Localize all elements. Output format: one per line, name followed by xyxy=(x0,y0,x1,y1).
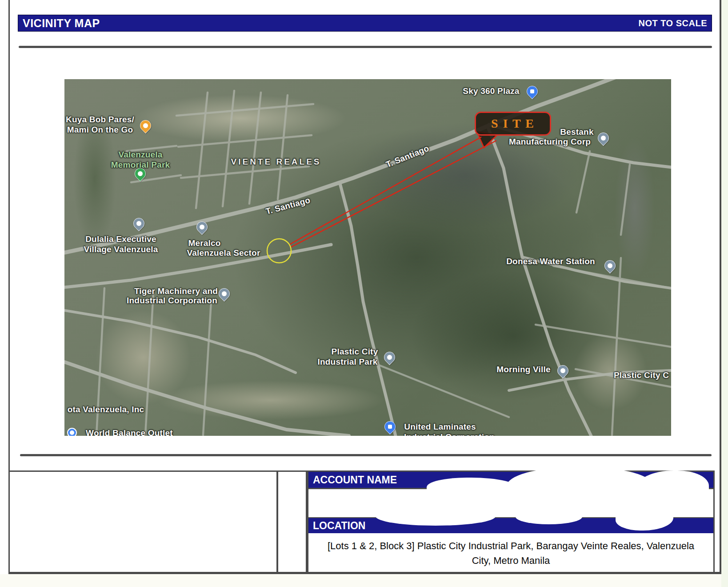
vicinity-map-header-bar: VICINITY MAP NOT TO SCALE xyxy=(18,15,712,32)
page-margin-bottom xyxy=(0,574,721,587)
site-area-circle xyxy=(267,239,291,263)
redaction-scribble xyxy=(376,507,496,526)
map-divider xyxy=(20,454,712,456)
footer-box-divider xyxy=(276,472,278,573)
page-margin-right xyxy=(721,0,728,587)
site-pointer-overlay xyxy=(64,79,671,436)
location-label: LOCATION xyxy=(313,520,365,532)
redaction-scribble xyxy=(636,470,709,506)
not-to-scale-note: NOT TO SCALE xyxy=(638,18,707,28)
header-divider xyxy=(19,46,712,48)
vicinity-map-image: Sky 360 Plaza Bestank Manufacturing Corp… xyxy=(64,79,671,436)
redaction-scribble xyxy=(427,478,520,500)
redaction-scribble xyxy=(516,509,582,524)
site-pointer-line xyxy=(291,141,496,247)
site-callout-label: S I T E xyxy=(491,117,535,131)
account-name-label: ACCOUNT NAME xyxy=(313,474,397,486)
location-value: [Lots 1 & 2, Block 3] Plastic City Indus… xyxy=(308,533,713,573)
site-callout: S I T E xyxy=(475,112,551,136)
footer-empty-box xyxy=(8,470,307,574)
document-page: { "header": { "title": "VICINITY MAP", "… xyxy=(0,0,728,587)
page-title: VICINITY MAP xyxy=(23,17,100,30)
site-pointer-line xyxy=(289,137,481,245)
